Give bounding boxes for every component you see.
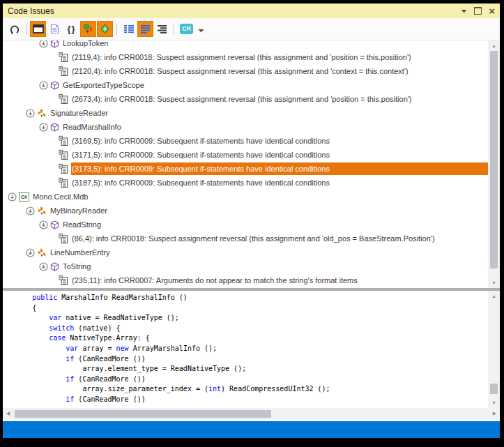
title-bar[interactable]: Code Issues × bbox=[3, 3, 500, 18]
collapse-icon[interactable] bbox=[39, 262, 48, 271]
tree-row-label: (2120,4): info CRR0018: Suspect assignme… bbox=[71, 65, 411, 77]
collapse-icon[interactable] bbox=[39, 220, 48, 229]
window-position-button[interactable] bbox=[461, 9, 467, 13]
csharp-project-icon: C# bbox=[19, 192, 29, 202]
close-icon: × bbox=[489, 7, 495, 15]
toolbar-separator bbox=[174, 24, 174, 35]
code-preview-pane: public MarshalInfo ReadMarshalInfo () { … bbox=[3, 291, 500, 408]
issues-tree: LookupToken(2119,4): info CRR0018: Suspe… bbox=[3, 40, 488, 288]
flat-list-toggle[interactable] bbox=[137, 21, 153, 37]
tree-row-label: GetExportedTypeScope bbox=[62, 79, 147, 91]
tree-row-method[interactable]: ReadMarshalInfo bbox=[3, 120, 488, 134]
method-icon bbox=[50, 81, 59, 90]
scroll-track[interactable] bbox=[488, 301, 500, 397]
code-line: switch (native) { bbox=[7, 324, 488, 334]
tree-row-method[interactable]: ReadString bbox=[3, 218, 488, 232]
collapse-icon[interactable] bbox=[39, 81, 48, 90]
code-line: if (CanReadMore ()) bbox=[7, 374, 488, 385]
issue-icon bbox=[59, 135, 68, 146]
refresh-button[interactable] bbox=[6, 21, 22, 37]
collapse-icon[interactable] bbox=[8, 192, 17, 202]
gem-icon bbox=[100, 24, 109, 34]
horizontal-scrollbar[interactable]: ◀ ▶ bbox=[3, 408, 500, 419]
scroll-left-icon[interactable]: ◀ bbox=[3, 409, 13, 419]
tree-row-class[interactable]: MyBinaryReader bbox=[3, 204, 488, 218]
tree-row-method[interactable]: GetExportedTypeScope bbox=[3, 78, 488, 92]
tree-row-issue[interactable]: (86,4): info CRR0018: Suspect assignment… bbox=[3, 232, 488, 245]
class-icon bbox=[37, 206, 47, 215]
method-icon bbox=[50, 40, 59, 48]
severity-filter-toggle[interactable] bbox=[97, 21, 113, 37]
chevron-down-icon[interactable] bbox=[198, 23, 204, 36]
indented-list-button[interactable] bbox=[121, 21, 137, 37]
tree-row-label: (3171,5): info CRR0009: Subsequent if-st… bbox=[71, 149, 333, 161]
method-icon bbox=[50, 262, 59, 271]
class-icon bbox=[37, 248, 47, 257]
tree-row-project[interactable]: C#Mono.Cecil.Mdb bbox=[3, 190, 488, 204]
scroll-down-icon[interactable]: ▼ bbox=[488, 397, 500, 408]
class-icon bbox=[37, 108, 47, 118]
tree-row-issue[interactable]: (2673,4): info CRR0018: Suspect assignme… bbox=[3, 92, 488, 106]
window-title: Code Issues bbox=[8, 6, 54, 16]
document-icon bbox=[50, 24, 59, 34]
collapse-icon[interactable] bbox=[26, 248, 35, 257]
tree-row-label: (2119,4): info CRR0018: Suspect assignme… bbox=[71, 51, 414, 63]
toolbar-separator bbox=[116, 24, 117, 35]
code-block-button[interactable]: {} bbox=[63, 21, 79, 37]
tree-row-class[interactable]: LineNumberEntry bbox=[3, 245, 488, 259]
document-view-button[interactable] bbox=[47, 21, 63, 37]
issue-icon bbox=[59, 233, 68, 244]
color-sort-toggle[interactable] bbox=[80, 21, 96, 37]
tree-row-issue[interactable]: (3187,5): info CRR0009: Subsequent if-st… bbox=[3, 176, 488, 190]
tree-vertical-scrollbar[interactable]: ▲ ▼ bbox=[488, 40, 500, 288]
scroll-right-icon[interactable]: ▶ bbox=[489, 409, 500, 419]
code-line: array.element_type = ReadNativeType (); bbox=[7, 364, 488, 374]
collapse-icon[interactable] bbox=[26, 206, 35, 215]
preview-pane-toggle[interactable] bbox=[30, 21, 46, 37]
coderush-menu-button[interactable]: CR bbox=[178, 21, 195, 37]
tree-row-issue[interactable]: (3169,5): info CRR0009: Subsequent if-st… bbox=[3, 134, 488, 148]
scroll-up-icon[interactable]: ▲ bbox=[488, 40, 500, 51]
tree-row-class[interactable]: SignatureReader bbox=[3, 106, 488, 120]
issues-tree-pane: LookupToken(2119,4): info CRR0018: Suspe… bbox=[3, 40, 500, 288]
toolbar-separator bbox=[26, 24, 26, 35]
issue-icon bbox=[59, 52, 68, 63]
tree-row-issue[interactable]: (235,11): info CRR0007: Arguments do not… bbox=[3, 273, 488, 287]
scroll-down-icon[interactable]: ▼ bbox=[488, 278, 500, 288]
method-icon bbox=[50, 123, 59, 132]
csharp-project-icon: C# bbox=[19, 192, 29, 202]
close-button[interactable]: × bbox=[489, 7, 495, 15]
collapse-icon[interactable] bbox=[39, 40, 48, 48]
issue-icon bbox=[59, 163, 68, 174]
scroll-thumb[interactable] bbox=[490, 384, 498, 394]
issue-icon bbox=[59, 275, 68, 286]
tree-row-label: (86,4): info CRR0018: Suspect assignment… bbox=[71, 232, 438, 245]
tree-row-label: (3187,5): info CRR0009: Subsequent if-st… bbox=[71, 176, 333, 189]
tree-row-label: MyBinaryReader bbox=[49, 204, 110, 217]
collapse-icon[interactable] bbox=[26, 109, 35, 118]
tree-row-method[interactable]: ToString bbox=[3, 259, 488, 273]
issue-icon bbox=[59, 93, 68, 105]
status-bar bbox=[3, 421, 500, 438]
tree-row-method[interactable]: LookupToken bbox=[3, 40, 488, 50]
scroll-thumb[interactable] bbox=[490, 51, 498, 268]
tree-row-issue[interactable]: (3173,5): info CRR0009: Subsequent if-st… bbox=[3, 162, 488, 176]
scroll-thumb[interactable] bbox=[15, 410, 271, 418]
right-list-button[interactable] bbox=[154, 21, 170, 37]
desktop-background: Code Issues × {}CR LookupToken(2119,4): … bbox=[0, 0, 504, 447]
code-line: case NativeType.Array: { bbox=[7, 333, 488, 344]
code-vertical-scrollbar[interactable]: ▲ ▼ bbox=[488, 291, 500, 408]
tree-row-label: (235,11): info CRR0007: Arguments do not… bbox=[71, 274, 360, 287]
scroll-up-icon[interactable]: ▲ bbox=[488, 291, 500, 301]
right-list-icon bbox=[157, 24, 167, 34]
tree-row-issue[interactable]: (2119,4): info CRR0018: Suspect assignme… bbox=[3, 50, 488, 64]
tree-row-issue[interactable]: (2120,4): info CRR0018: Suspect assignme… bbox=[3, 64, 488, 78]
issue-icon bbox=[59, 149, 68, 160]
tree-row-issue[interactable]: (3171,5): info CRR0009: Subsequent if-st… bbox=[3, 148, 488, 162]
code-line: array.size_parameter_index = (int) ReadC… bbox=[7, 384, 488, 395]
code-line: var native = ReadNativeType (); bbox=[7, 313, 488, 324]
tree-row-label: ToString bbox=[62, 260, 93, 273]
maximize-button[interactable] bbox=[474, 7, 482, 15]
tree-row-label: (2673,4): info CRR0018: Suspect assignme… bbox=[71, 93, 415, 105]
collapse-icon[interactable] bbox=[39, 123, 48, 132]
